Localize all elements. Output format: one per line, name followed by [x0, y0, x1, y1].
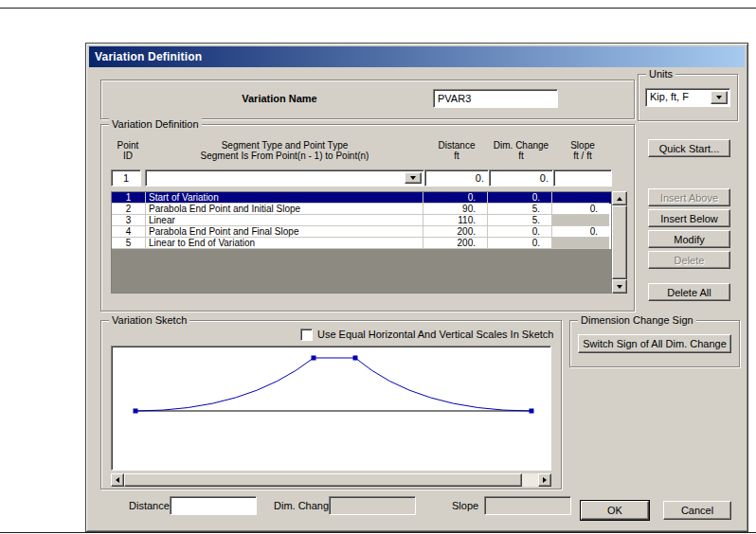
col-header-segment-line2: Segment Is From Point(n - 1) to Point(n): [145, 151, 424, 161]
scroll-down-icon[interactable]: [612, 279, 627, 294]
dim-change-readout-label: Dim. Change: [274, 500, 334, 512]
delete-all-button[interactable]: Delete All: [648, 283, 730, 301]
cancel-button[interactable]: Cancel: [663, 501, 731, 520]
variation-definition-dialog: Variation Definition Variation Name Unit…: [85, 43, 748, 532]
variation-sketch-group: Variation Sketch Use Equal Horizontal An…: [100, 320, 562, 490]
scroll-left-icon[interactable]: [111, 473, 124, 487]
delete-button[interactable]: Delete: [648, 251, 730, 269]
table-row[interactable]: 5 Linear to End of Variation 200. 0.: [112, 238, 611, 249]
table-scrollbar[interactable]: [612, 191, 627, 294]
units-dropdown[interactable]: Kip, ft, F: [645, 88, 730, 107]
equal-scales-checkbox-label[interactable]: Use Equal Horizontal And Vertical Scales…: [317, 329, 553, 341]
col-header-id: ID: [111, 151, 145, 161]
variation-sketch-group-label: Variation Sketch: [109, 314, 189, 327]
variation-profile-line: [135, 358, 531, 411]
scrollbar-thumb[interactable]: [124, 473, 522, 487]
dialog-titlebar[interactable]: Variation Definition: [89, 46, 745, 67]
insert-above-button[interactable]: Insert Above: [648, 188, 730, 206]
table-row[interactable]: 4 Parabola End Point and Final Slope 200…: [112, 226, 611, 238]
sketch-point: [530, 409, 534, 414]
ok-button[interactable]: OK: [581, 501, 649, 520]
col-header-distance: Distance: [424, 140, 489, 151]
sketch-point: [312, 356, 316, 361]
dimension-change-sign-group-label: Dimension Change Sign: [578, 314, 696, 327]
variation-definition-group-label: Variation Definition: [109, 118, 202, 131]
dialog-title: Variation Definition: [95, 50, 202, 63]
segment-type-dropdown[interactable]: [145, 169, 424, 187]
variation-definition-group: Variation Definition Point ID Segment Ty…: [100, 124, 635, 312]
sketch-point: [353, 356, 358, 361]
col-header-point: Point: [111, 140, 145, 151]
chevron-down-icon[interactable]: [405, 172, 422, 184]
table-row[interactable]: 2 Parabola End Point and Initial Slope 9…: [112, 204, 611, 215]
variation-points-table: 1 Start of Variation 0. 0. 2 Parabola En…: [111, 191, 612, 294]
sketch-scrollbar[interactable]: [111, 473, 551, 487]
scroll-up-icon[interactable]: [612, 191, 627, 205]
col-header-segment-line1: Segment Type and Point Type: [145, 140, 424, 151]
distance-readout-label: Distance: [129, 500, 170, 512]
variation-name-group: Variation Name: [100, 80, 635, 119]
sketch-point: [134, 409, 138, 414]
edit-slope-field[interactable]: [553, 169, 612, 187]
modify-button[interactable]: Modify: [648, 230, 730, 248]
col-header-dim-change-unit: ft: [489, 151, 553, 161]
distance-readout-field[interactable]: [170, 496, 257, 515]
equal-scales-checkbox[interactable]: [300, 329, 313, 341]
col-header-slope: Slope: [553, 140, 612, 151]
col-header-slope-unit: ft / ft: [553, 151, 612, 161]
chevron-down-icon[interactable]: [711, 91, 728, 104]
edit-dim-change-field[interactable]: [489, 169, 553, 187]
variation-name-input[interactable]: [433, 89, 558, 108]
units-group-label: Units: [646, 68, 675, 80]
scroll-right-icon[interactable]: [538, 473, 551, 487]
col-header-distance-unit: ft: [424, 151, 489, 161]
variation-name-label: Variation Name: [175, 93, 384, 105]
quick-start-button[interactable]: Quick Start...: [648, 139, 730, 157]
units-group: Units Kip, ft, F: [638, 74, 738, 121]
insert-below-button[interactable]: Insert Below: [648, 209, 730, 227]
variation-sketch-drawing: [114, 348, 550, 470]
col-header-dim-change: Dim. Change: [489, 140, 553, 151]
dimension-change-sign-group: Dimension Change Sign Switch Sign of All…: [569, 320, 740, 367]
switch-sign-button[interactable]: Switch Sign of All Dim. Change: [578, 334, 731, 353]
edit-point-id: 1: [111, 169, 141, 187]
edit-distance-field[interactable]: [424, 169, 489, 187]
sketch-canvas: [111, 346, 551, 471]
dim-change-readout-field: [329, 496, 416, 515]
table-row[interactable]: 1 Start of Variation 0. 0.: [112, 192, 611, 204]
units-selected-value: Kip, ft, F: [650, 91, 712, 102]
table-row[interactable]: 3 Linear 110. 5.: [112, 215, 611, 226]
slope-readout-field: [484, 496, 571, 515]
scrollbar-thumb[interactable]: [612, 205, 627, 279]
slope-readout-label: Slope: [452, 500, 478, 512]
